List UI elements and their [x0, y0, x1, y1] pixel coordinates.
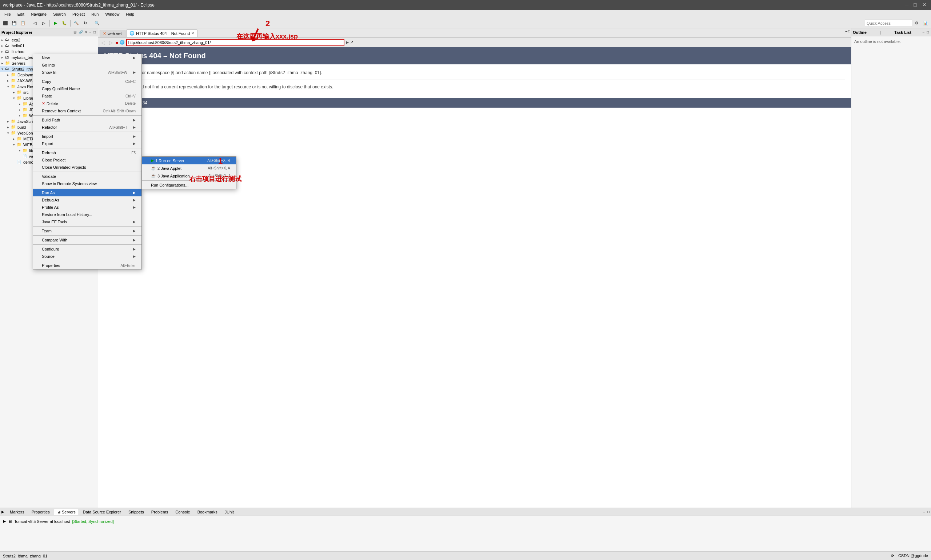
sub-ctx-javaapplet[interactable]: ☕ 2 Java Applet Alt+Shift+X, A — [142, 165, 236, 172]
toolbar-run-btn[interactable]: ▶ — [52, 19, 60, 27]
browser-stop-btn[interactable]: ■ — [115, 40, 118, 45]
ctx-properties[interactable]: Properties Alt+Enter — [33, 262, 142, 269]
bottom-panel: ▶ Markers Properties 🖥 Servers Data Sour… — [0, 508, 931, 551]
ctx-profileas[interactable]: Profile As ▶ — [33, 204, 142, 211]
menu-run[interactable]: Run — [88, 11, 102, 17]
ctx-runas-label: Run As — [42, 191, 55, 195]
ctx-removectx[interactable]: Remove from Context Ctrl+Alt+Shift+Down — [33, 107, 142, 115]
toolbar-build-btn[interactable]: 🔨 — [72, 19, 80, 27]
minimize-button[interactable]: ─ — [905, 2, 911, 8]
ctx-paste[interactable]: Paste Ctrl+V — [33, 92, 142, 100]
ctx-source[interactable]: Source ▶ — [33, 253, 142, 260]
editor-max-btn[interactable]: □ — [848, 29, 850, 33]
tree-arrow-apache: ▸ — [19, 102, 23, 106]
tree-item-exp2[interactable]: ▸ exp2 — [0, 37, 98, 43]
ctx-compare[interactable]: Compare With ▶ — [33, 236, 142, 244]
view-menu-btn[interactable]: ▾ — [85, 30, 88, 35]
ctx-export[interactable]: Export ▶ — [33, 140, 142, 147]
bottom-tab-junit[interactable]: JUnit — [222, 509, 237, 515]
bottom-tab-problems[interactable]: Problems — [148, 509, 171, 515]
ctx-delete[interactable]: ✕ Delete Delete — [33, 100, 142, 107]
browser-go-btn[interactable]: ▶ — [346, 40, 349, 45]
maximize-panel-btn[interactable]: □ — [93, 30, 96, 35]
ctx-import[interactable]: Import ▶ — [33, 133, 142, 140]
ctx-closeunrelated[interactable]: Close Unrelated Projects — [33, 164, 142, 171]
minimize-panel-btn[interactable]: – — [88, 30, 92, 35]
ctx-showin-label: Show In — [42, 70, 56, 75]
bottom-panel-min-btn[interactable]: – — [923, 510, 925, 514]
ctx-showremote[interactable]: Show in Remote Systems view — [33, 180, 142, 187]
maximize-button[interactable]: □ — [914, 2, 919, 8]
menu-search[interactable]: Search — [50, 11, 69, 17]
ctx-copyqn[interactable]: Copy Qualified Name — [33, 85, 142, 92]
toolbar-back-btn[interactable]: ◁ — [31, 19, 39, 27]
right-panel-min-btn[interactable]: – — [922, 30, 925, 35]
ctx-runas-arrow: ▶ — [133, 191, 135, 195]
ctx-showin-arrow: ▶ — [133, 71, 135, 74]
ctx-refresh[interactable]: Refresh F5 — [33, 149, 142, 156]
menu-edit[interactable]: Edit — [15, 11, 27, 17]
menu-navigate[interactable]: Navigate — [28, 11, 49, 17]
right-panel-max-btn[interactable]: □ — [926, 30, 929, 35]
tab-webxml[interactable]: ✕ web.xml — [100, 30, 125, 37]
ctx-closeproject[interactable]: Close Project — [33, 156, 142, 164]
bottom-tab-markers[interactable]: Markers — [6, 509, 28, 515]
tab-http404-close[interactable]: ✕ — [191, 31, 194, 35]
toolbar-view-btn[interactable]: 📊 — [922, 19, 929, 27]
project-icon-mybatis — [5, 55, 11, 60]
bottom-panel-max-btn[interactable]: □ — [927, 510, 929, 514]
tree-label-hello01: hello01 — [12, 44, 25, 48]
browser-ext-btn[interactable]: ↗ — [350, 40, 354, 45]
menu-file[interactable]: File — [2, 11, 14, 17]
ctx-new[interactable]: New ▶ — [33, 54, 142, 62]
bottom-tab-snippets[interactable]: Snippets — [125, 509, 147, 515]
collapse-all-btn[interactable]: ⊟ — [73, 30, 77, 35]
bottom-tab-console[interactable]: Console — [172, 509, 193, 515]
sub-ctx-javaapp[interactable]: ☕ 3 Java Application Alt+Shift+X, J — [142, 172, 236, 180]
ctx-team[interactable]: Team ▶ — [33, 227, 142, 235]
toolbar-refresh-btn[interactable]: ↻ — [81, 19, 89, 27]
ctx-restorefrom[interactable]: Restore from Local History... — [33, 211, 142, 218]
bottom-panel-expand-btn[interactable]: ▶ — [2, 510, 5, 514]
menu-help[interactable]: Help — [123, 11, 137, 17]
ctx-source-arrow: ▶ — [133, 255, 135, 258]
ctx-showin[interactable]: Show In Alt+Shift+W ▶ — [33, 69, 142, 76]
bottom-tab-bookmarks[interactable]: Bookmarks — [194, 509, 221, 515]
ctx-copy[interactable]: Copy Ctrl+C — [33, 78, 142, 85]
ctx-runas[interactable]: Run As ▶ — [33, 189, 142, 196]
sub-ctx-runonserver[interactable]: ▶ 1 Run on Server Alt+Shift+X, R — [142, 157, 236, 165]
toolbar-debug-btn[interactable]: 🐛 — [60, 19, 68, 27]
link-editor-btn[interactable]: 🔗 — [78, 30, 84, 35]
tree-item-hello01[interactable]: ▸ hello01 — [0, 43, 98, 49]
toolbar-new-btn[interactable]: ⬛ — [2, 19, 9, 27]
ctx-refactor[interactable]: Refactor Alt+Shift+T ▶ — [33, 124, 142, 131]
sub-ctx-runonserver-shortcut: Alt+Shift+X, R — [207, 158, 230, 163]
file-icon-webxml — [23, 154, 28, 159]
toolbar-perspective-btn[interactable]: ⚙ — [913, 19, 921, 27]
folder-icon-javascript — [11, 119, 17, 124]
sub-ctx-runconfigs[interactable]: Run Configurations... — [142, 182, 236, 189]
editor-min-btn[interactable]: – — [845, 29, 847, 33]
close-button[interactable]: ✕ — [922, 2, 928, 8]
tab-http404[interactable]: 🌐 HTTP Status 404 – Not Found ✕ — [126, 29, 197, 37]
browser-back-btn[interactable]: ◁ — [100, 40, 106, 45]
ctx-debugas[interactable]: Debug As ▶ — [33, 196, 142, 204]
quick-access-input[interactable] — [865, 20, 912, 27]
menu-window[interactable]: Window — [102, 11, 122, 17]
bottom-tab-servers[interactable]: 🖥 Servers — [54, 509, 79, 515]
browser-address-input[interactable] — [126, 39, 345, 46]
toolbar-search-btn[interactable]: 🔍 — [93, 19, 101, 27]
ctx-javaeetools[interactable]: Java EE Tools ▶ — [33, 218, 142, 225]
toolbar-fwd-btn[interactable]: ▷ — [40, 19, 48, 27]
ctx-validate[interactable]: Validate — [33, 173, 142, 180]
toolbar-save-all-btn[interactable]: 📋 — [19, 19, 27, 27]
ctx-buildpath[interactable]: Build Path ▶ — [33, 116, 142, 124]
toolbar-save-btn[interactable]: 💾 — [10, 19, 18, 27]
bottom-tab-datasource[interactable]: Data Source Explorer — [80, 509, 125, 515]
bottom-tab-properties[interactable]: Properties — [28, 509, 53, 515]
browser-fwd-btn[interactable]: ▷ — [108, 40, 114, 45]
menu-project[interactable]: Project — [69, 11, 88, 17]
server-expand-arrow[interactable]: ▶ — [3, 519, 6, 524]
ctx-configure[interactable]: Configure ▶ — [33, 245, 142, 253]
ctx-gointo[interactable]: Go Into — [33, 62, 142, 69]
